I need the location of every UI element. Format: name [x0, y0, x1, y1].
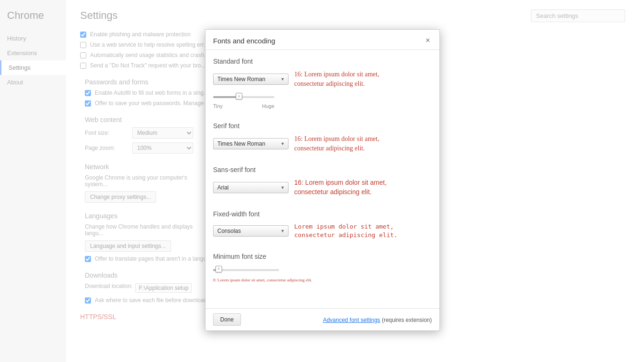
serif-font-section: Serif font Times New Roman 16: Lorem ips… [213, 122, 432, 153]
fixed-preview-line2: consectetur adipiscing elit. [294, 231, 397, 239]
min-font-size-title: Minimum font size [213, 253, 432, 260]
fixed-font-select-wrap: Consolas [213, 225, 289, 237]
sans-serif-font-title: Sans-serif font [213, 166, 432, 173]
serif-preview-line1: 16: Lorem ipsum dolor sit amet, [294, 134, 379, 144]
serif-font-row: Times New Roman 16: Lorem ipsum dolor si… [213, 134, 432, 153]
standard-preview-line2: consectetur adipiscing elit. [294, 79, 379, 89]
slider-fill [213, 96, 239, 98]
sans-preview-line1: 16: Lorem ipsum dolor sit amet, [294, 178, 387, 188]
advanced-suffix-text: (requires extension) [382, 317, 432, 323]
min-font-slider[interactable]: ≡ [213, 265, 279, 274]
fixed-width-font-row: Consolas Lorem ipsum dolor sit amet, con… [213, 222, 432, 239]
serif-font-select[interactable]: Times New Roman [213, 138, 289, 149]
min-font-slider-row: ≡ [213, 265, 432, 274]
size-huge-label: Huge [262, 103, 274, 109]
fonts-encoding-dialog: Fonts and encoding × Standard font Times… [205, 29, 440, 331]
fixed-preview-line1: Lorem ipsum dolor sit amet, [294, 222, 397, 231]
standard-font-title: Standard font [213, 58, 432, 65]
fixed-font-preview: Lorem ipsum dolor sit amet, consectetur … [294, 222, 397, 239]
fixed-width-font-section: Fixed-width font Consolas Lorem ipsum do… [213, 210, 432, 239]
sans-serif-font-select[interactable]: Arial [213, 182, 289, 193]
serif-font-select-wrap: Times New Roman [213, 138, 289, 149]
standard-font-section: Standard font Times New Roman 16: Lorem … [213, 58, 432, 109]
sans-serif-font-select-wrap: Arial [213, 182, 289, 193]
slider-thumb[interactable]: ≡ [236, 93, 242, 99]
dialog-close-button[interactable]: × [424, 36, 432, 45]
slider-labels: Tiny Huge [213, 103, 274, 109]
font-size-slider[interactable]: ≡ [213, 92, 274, 101]
fixed-width-font-title: Fixed-width font [213, 210, 432, 218]
sans-preview-line2: consectetur adipiscing elit. [294, 188, 387, 197]
size-tiny-label: Tiny [213, 103, 223, 109]
dialog-title: Fonts and encoding [213, 37, 275, 45]
dialog-header: Fonts and encoding × [206, 30, 439, 50]
sans-serif-font-preview: 16: Lorem ipsum dolor sit amet, consecte… [294, 178, 387, 197]
min-font-size-section: Minimum font size ≡ 0: Lorem ipsum dolor… [213, 253, 432, 283]
serif-font-preview: 16: Lorem ipsum dolor sit amet, consecte… [294, 134, 379, 153]
done-button[interactable]: Done [213, 313, 241, 326]
min-slider-track [213, 269, 279, 271]
dialog-footer: Done Advanced font settings (requires ex… [206, 308, 439, 330]
sans-serif-font-row: Arial 16: Lorem ipsum dolor sit amet, co… [213, 178, 432, 197]
standard-font-row: Times New Roman 16: Lorem ipsum dolor si… [213, 70, 432, 88]
standard-font-select-wrap: Times New Roman [213, 74, 289, 85]
min-preview: 0: Lorem ipsum dolor sit amet, consectet… [213, 277, 432, 283]
sans-serif-font-section: Sans-serif font Arial 16: Lorem ipsum do… [213, 166, 432, 197]
fixed-font-select[interactable]: Consolas [213, 225, 289, 237]
min-font-preview: 0: Lorem ipsum dolor sit amet, consectet… [213, 277, 432, 283]
standard-font-preview: 16: Lorem ipsum dolor sit amet, consecte… [294, 70, 379, 88]
advanced-settings-row: Advanced font settings (requires extensi… [323, 316, 432, 323]
standard-font-select[interactable]: Times New Roman [213, 74, 289, 85]
standard-preview-line1: 16: Lorem ipsum dolor sit amet, [294, 70, 379, 79]
serif-preview-line2: consectetur adipiscing elit. [294, 144, 379, 153]
dialog-body[interactable]: Standard font Times New Roman 16: Lorem … [206, 50, 439, 308]
advanced-font-link[interactable]: Advanced font settings [323, 317, 380, 323]
serif-font-title: Serif font [213, 122, 432, 130]
min-slider-thumb[interactable]: ≡ [215, 266, 222, 272]
font-size-slider-row: ≡ [213, 92, 432, 101]
